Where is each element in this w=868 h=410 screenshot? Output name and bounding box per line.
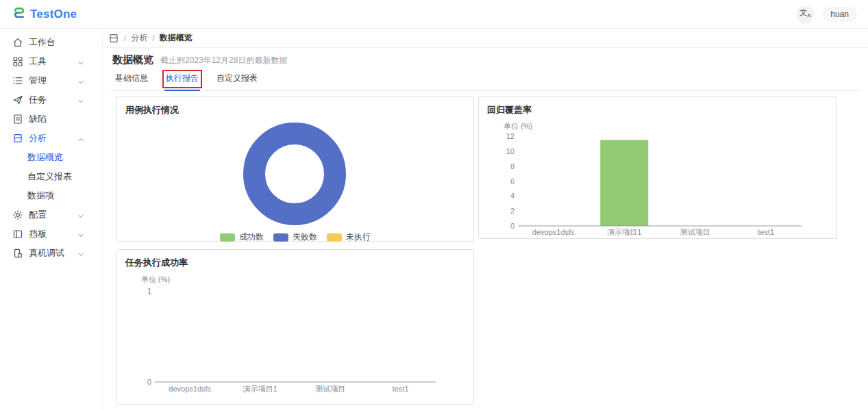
donut-chart [117,116,473,227]
header-right: 文A huan [796,5,857,23]
gear-icon [12,209,23,220]
x-category-label: 测试项目 [680,228,710,236]
bar-演示项目1[interactable] [600,140,648,226]
sidebar-subitem-data-items[interactable]: 数据项 [0,186,102,205]
tab-execution-report[interactable]: 执行报告 [166,73,199,84]
donut-slice-失败数[interactable] [254,133,335,214]
page-title: 数据概览 [112,53,153,66]
home-icon [12,37,23,48]
legend-label: 失败数 [293,231,317,243]
chevron-down-icon [77,97,84,103]
card-task-success-rate: 任务执行成功率 单位 (%)01devops1dsfs演示项目1测试项目test… [116,249,474,405]
panel-icon [12,229,23,240]
x-category-label: 演示项目1 [243,385,277,393]
list-icon [12,75,23,86]
chevron-down-icon [77,250,84,257]
legend-item-失败数[interactable]: 失败数 [273,231,317,243]
sidebar-item-tasks[interactable]: 任务 [0,90,102,110]
donut-legend: 成功数失败数未执行 [117,231,473,243]
y-axis-unit-label: 单位 (%) [504,122,532,130]
y-tick-label: 2 [510,207,514,215]
y-tick-label: 0 [147,378,151,386]
y-tick-label: 10 [506,147,514,155]
sidebar-item-mock[interactable]: 挡板 [0,225,102,244]
chevron-up-icon [77,135,84,142]
y-tick-label: 6 [510,177,514,185]
breadcrumb-item[interactable]: 分析 [131,32,147,44]
y-tick-label: 0 [510,222,514,230]
user-menu[interactable]: huan [822,7,857,22]
y-tick-label: 8 [510,162,514,170]
top-header: TestOne 文A huan [0,0,868,29]
send-icon [12,94,23,105]
sidebar-subitem-data-overview[interactable]: 数据概览 [0,148,102,167]
y-tick-label: 12 [506,132,514,140]
sidebar-item-workbench[interactable]: 工作台 [0,33,102,52]
legend-item-未执行[interactable]: 未执行 [327,231,371,243]
breadcrumb-separator: / [152,34,154,43]
chevron-down-icon [77,58,84,65]
logo-icon [12,6,26,23]
chevron-down-icon [77,77,84,84]
y-tick-label: 1 [147,287,151,295]
sidebar-item-label: 管理 [29,75,47,87]
sidebar-item-config[interactable]: 配置 [0,205,102,225]
sidebar-item-label: 工作台 [29,36,55,49]
legend-item-成功数[interactable]: 成功数 [220,231,264,243]
x-category-label: test1 [393,385,409,393]
tabs: 基础信息执行报告自定义报表 [111,73,860,91]
x-category-label: 演示项目1 [606,228,641,236]
sidebar-item-device-debug[interactable]: 真机调试 [0,244,102,263]
sidebar-item-defects[interactable]: 缺陷 [0,110,102,129]
sidebar-item-label: 挡板 [29,228,47,240]
y-tick-label: 4 [510,192,514,200]
legend-swatch [327,233,342,242]
chart-title-task-success-rate: 任务执行成功率 [117,250,473,269]
page-subtitle: 截止到2023年12月28日的最新数据 [160,55,287,66]
task-success-rate-chart: 单位 (%)01devops1dsfs演示项目1测试项目test1 [117,269,473,404]
sidebar-item-manage[interactable]: 管理 [0,71,102,90]
calendar-icon[interactable] [108,33,119,44]
chevron-down-icon [77,231,84,238]
x-category-label: test1 [758,228,774,236]
breadcrumb: /分析/数据概览 [103,29,868,48]
card-case-execution: 用例执行情况 成功数失败数未执行 [116,97,474,242]
x-category-label: devops1dsfs [169,385,211,393]
sidebar-item-tools[interactable]: 工具 [0,52,102,71]
sidebar-item-label: 缺陷 [29,113,47,125]
legend-swatch [220,233,235,242]
breadcrumb-separator: / [124,34,126,43]
tab-custom-report[interactable]: 自定义报表 [216,73,258,84]
sidebar-item-label: 工具 [29,55,47,68]
legend-label: 未执行 [346,231,371,243]
card-regression-coverage: 回归覆盖率 单位 (%)024681012devops1dsfs演示项目1测试项… [478,97,837,239]
sidebar-item-label: 分析 [29,132,47,144]
chart-title-regression-coverage: 回归覆盖率 [479,97,836,116]
main-panel: 数据概览 截止到2023年12月28日的最新数据 基础信息执行报告自定义报表 用… [103,48,868,410]
x-category-label: devops1dsfs [532,228,575,236]
chevron-down-icon [77,212,84,218]
translate-icon: 文A [799,9,810,18]
legend-label: 成功数 [239,231,264,243]
sidebar: 工作台工具管理任务缺陷分析数据概览自定义报表数据项配置挡板真机调试 [0,29,103,410]
sidebar-item-label: 真机调试 [29,247,64,259]
legend-swatch [273,233,288,242]
app-logo[interactable]: TestOne [12,6,77,23]
calendar-icon [12,133,23,144]
logo-text: TestOne [30,8,77,21]
sidebar-subitem-custom-report[interactable]: 自定义报表 [0,167,102,186]
title-row: 数据概览 截止到2023年12月28日的最新数据 [112,53,860,67]
regression-coverage-chart: 单位 (%)024681012devops1dsfs演示项目1测试项目test1 [479,116,836,238]
username: huan [830,10,849,19]
x-category-label: 测试项目 [315,385,345,393]
apps-icon [12,56,23,67]
sidebar-item-label: 配置 [29,209,47,221]
y-axis-unit-label: 单位 (%) [141,275,170,283]
chart-title-case-execution: 用例执行情况 [117,97,473,116]
content-area: /分析/数据概览 数据概览 截止到2023年12月28日的最新数据 基础信息执行… [103,29,868,410]
mobile-icon [12,248,23,259]
breadcrumb-item[interactable]: 数据概览 [160,32,193,44]
sidebar-item-analysis[interactable]: 分析 [0,129,102,148]
tab-basic-info[interactable]: 基础信息 [115,73,148,84]
language-switch-button[interactable]: 文A [796,5,814,23]
